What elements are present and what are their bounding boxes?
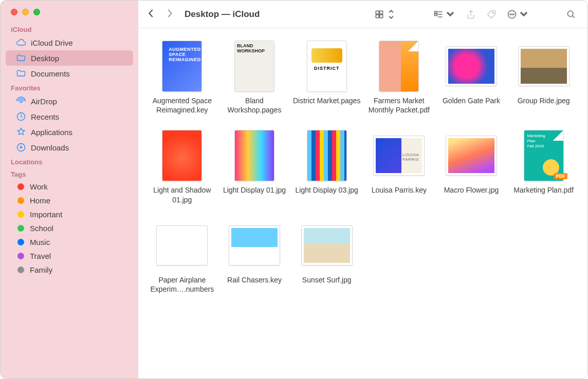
sidebar-tag-important[interactable]: Important xyxy=(6,207,133,221)
tags-button[interactable] xyxy=(484,9,499,20)
thumbnail-text: BLAND WORKSHOP xyxy=(235,41,274,55)
sidebar-tag-travel[interactable]: Travel xyxy=(6,249,133,263)
back-button[interactable] xyxy=(148,9,155,20)
sidebar-item-label: Work xyxy=(30,182,48,191)
file-item[interactable]: AUGMENTED SPACE REIMAGINEDAugmented Spac… xyxy=(148,41,217,115)
sidebar-item-label: Desktop xyxy=(31,54,59,63)
tag-dot-icon xyxy=(17,183,24,190)
tag-dot-icon xyxy=(17,239,24,245)
sidebar-item-desktop[interactable]: Desktop xyxy=(6,50,133,66)
file-name: Marketing Plan.pdf xyxy=(513,185,574,195)
file-name: Group Ride.jpeg xyxy=(518,96,570,105)
sidebar-tag-work[interactable]: Work xyxy=(6,180,133,194)
file-item[interactable]: Macro Flower.jpg xyxy=(437,130,506,204)
file-item[interactable]: BLAND WORKSHOPBland Workshop.pages xyxy=(220,41,289,115)
pdf-badge: PDF xyxy=(554,173,567,179)
sidebar-tag-school[interactable]: School xyxy=(6,221,133,235)
sidebar-item-documents[interactable]: Documents xyxy=(6,66,133,81)
file-name: Paper Airplane Experim….numbers xyxy=(148,275,217,294)
file-name: Rail Chasers.key xyxy=(227,275,282,285)
more-button[interactable] xyxy=(505,9,531,20)
tag-dot-icon xyxy=(17,253,24,259)
file-thumbnail xyxy=(446,130,497,181)
thumbnail-text: LOUISA PARRIS xyxy=(402,153,419,162)
downloads-icon xyxy=(16,142,26,153)
file-name: Macro Flower.jpg xyxy=(444,185,499,195)
nav-arrows xyxy=(148,9,173,20)
svg-point-13 xyxy=(513,14,514,15)
toolbar: Desktop — iCloud xyxy=(138,1,587,28)
search-button[interactable] xyxy=(564,9,578,20)
file-item[interactable]: Group Ride.jpeg xyxy=(509,41,578,115)
file-thumbnail xyxy=(301,220,353,271)
file-thumbnail xyxy=(373,41,425,92)
view-icon-button[interactable] xyxy=(372,9,398,20)
sidebar-item-label: Applications xyxy=(31,128,72,137)
file-thumbnail xyxy=(518,41,569,92)
tag-dot-icon xyxy=(17,197,24,204)
sidebar-item-label: AirDrop xyxy=(31,97,57,106)
file-item[interactable]: Farmers Market Monthly Packet.pdf xyxy=(364,41,434,115)
file-name: Augmented Space Reimagined.key xyxy=(148,96,217,115)
file-thumbnail xyxy=(229,130,280,181)
sidebar-item-label: School xyxy=(30,224,53,233)
desktop-folder-icon xyxy=(16,53,26,63)
tag-dot-icon xyxy=(17,211,24,218)
file-name: Louisa Parris.key xyxy=(372,185,427,195)
file-thumbnail: BLAND WORKSHOP xyxy=(229,41,280,92)
tag-dot-icon xyxy=(17,225,24,232)
file-item[interactable]: Light Display 03.jpg xyxy=(292,130,361,204)
sidebar-item-label: Important xyxy=(30,210,62,219)
sidebar-item-label: Recents xyxy=(31,112,59,121)
file-item[interactable]: Sunset Surf.jpg xyxy=(292,220,361,294)
close-button[interactable] xyxy=(11,9,17,15)
forward-button[interactable] xyxy=(166,9,173,20)
svg-point-11 xyxy=(510,14,511,15)
file-thumbnail: DISTRICT xyxy=(301,41,353,92)
file-item[interactable]: LOUISA PARRISLouisa Parris.key xyxy=(364,130,434,204)
group-button[interactable] xyxy=(431,9,457,20)
share-button[interactable] xyxy=(464,9,478,20)
clock-icon xyxy=(16,111,26,122)
sidebar-item-label: Family xyxy=(30,266,52,274)
sidebar-item-airdrop[interactable]: AirDrop xyxy=(6,93,133,109)
thumbnail-text: Marketing Plan Fall 2019 xyxy=(527,134,545,148)
sidebar-tag-music[interactable]: Music xyxy=(6,235,133,249)
file-item[interactable]: Golden Gate Park xyxy=(437,41,506,115)
window-controls xyxy=(1,1,138,23)
zoom-button[interactable] xyxy=(33,9,40,15)
file-thumbnail xyxy=(156,220,208,271)
file-name: District Market.pages xyxy=(293,96,360,105)
sidebar-item-downloads[interactable]: Downloads xyxy=(6,140,133,155)
sidebar-item-applications[interactable]: Applications xyxy=(6,124,133,140)
sidebar-item-recents[interactable]: Recents xyxy=(6,109,133,124)
sidebar-tag-family[interactable]: Family xyxy=(6,263,133,277)
svg-rect-3 xyxy=(376,11,379,14)
file-item[interactable]: Light Display 01.jpg xyxy=(220,130,289,204)
content-area: Desktop — iCloud xyxy=(138,1,587,378)
minimize-button[interactable] xyxy=(22,9,29,15)
svg-point-14 xyxy=(567,11,573,16)
file-name: Light Display 03.jpg xyxy=(296,185,358,195)
file-item[interactable]: Paper Airplane Experim….numbers xyxy=(148,220,217,294)
svg-rect-8 xyxy=(435,14,437,15)
sidebar-item-icloud-drive[interactable]: iCloud Drive xyxy=(6,35,133,50)
file-name: Golden Gate Park xyxy=(443,96,500,105)
file-item[interactable]: Marketing Plan Fall 2019PDFMarketing Pla… xyxy=(509,130,578,204)
documents-folder-icon xyxy=(16,68,26,79)
svg-point-9 xyxy=(492,12,494,13)
sidebar-item-label: Documents xyxy=(31,69,70,78)
sidebar-tag-home[interactable]: Home xyxy=(6,194,133,207)
file-grid[interactable]: AUGMENTED SPACE REIMAGINEDAugmented Spac… xyxy=(138,28,587,378)
file-item[interactable]: Rail Chasers.key xyxy=(220,220,289,294)
file-thumbnail: Marketing Plan Fall 2019PDF xyxy=(518,130,569,181)
file-thumbnail: LOUISA PARRIS xyxy=(373,130,425,181)
sidebar-item-label: iCloud Drive xyxy=(31,39,73,47)
sidebar-section-tags: Tags xyxy=(1,167,138,180)
svg-point-12 xyxy=(511,14,512,15)
file-thumbnail xyxy=(229,220,280,271)
file-item[interactable]: DISTRICTDistrict Market.pages xyxy=(292,41,361,115)
tag-dot-icon xyxy=(17,267,24,273)
svg-rect-6 xyxy=(380,14,383,17)
file-item[interactable]: Light and Shadow 01.jpg xyxy=(148,130,217,204)
